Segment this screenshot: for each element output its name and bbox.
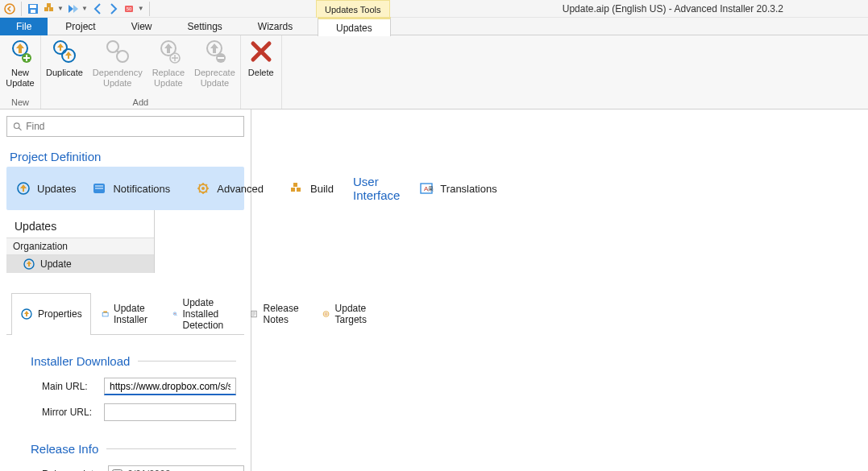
- tree-item-label: Update: [40, 258, 72, 270]
- menu-view[interactable]: View: [114, 18, 170, 35]
- group-release-info: Release Info: [31, 442, 98, 456]
- dropdown-arrow-icon[interactable]: ▼: [57, 5, 64, 12]
- dropdown-arrow-icon[interactable]: ▼: [138, 5, 144, 12]
- ribbon-group-blank: [241, 97, 281, 109]
- svg-rect-33: [103, 312, 107, 313]
- svg-rect-26: [293, 183, 297, 187]
- svg-rect-25: [297, 188, 301, 192]
- notifications-icon: [92, 181, 106, 196]
- release-date-picker[interactable]: 2/21/2023 ▦▾: [108, 465, 244, 471]
- nav-build[interactable]: Build: [280, 176, 343, 200]
- delete-button[interactable]: Delete: [241, 35, 281, 97]
- dependency-update-label: Dependency Update: [93, 68, 143, 89]
- nav-translations[interactable]: A果 Translations: [409, 176, 506, 200]
- tab-update-installer[interactable]: Update Installer: [93, 293, 162, 335]
- replace-update-button[interactable]: Replace Update: [147, 35, 189, 97]
- mirror-url-label: Mirror URL:: [31, 407, 104, 418]
- nav-label: Advanced: [217, 183, 264, 195]
- translations-icon: A果: [419, 181, 434, 196]
- main-url-label: Main URL:: [31, 381, 104, 392]
- tab-properties[interactable]: Properties: [11, 293, 91, 335]
- deprecate-update-label: Deprecate Update: [194, 68, 235, 89]
- tag-icon[interactable]: 50: [123, 2, 136, 15]
- separator: [149, 2, 150, 16]
- deprecate-update-icon: [201, 39, 227, 64]
- svg-rect-4: [44, 7, 48, 11]
- dependency-update-icon: [105, 39, 131, 64]
- mirror-url-input[interactable]: [104, 403, 236, 421]
- mid-panel-title: Updates: [6, 217, 154, 238]
- nav-forward-icon[interactable]: [107, 2, 120, 15]
- nav-label: Updates: [37, 183, 76, 195]
- nav-updates[interactable]: Updates Notifications Advanced Build Use…: [6, 167, 244, 210]
- build-icon[interactable]: [43, 2, 56, 15]
- menu-updates[interactable]: Updates: [318, 17, 391, 36]
- save-icon[interactable]: [27, 2, 39, 15]
- nav-advanced[interactable]: Advanced: [186, 176, 273, 200]
- mid-organization-header: Organization: [6, 238, 154, 255]
- deprecate-update-button[interactable]: Deprecate Update: [189, 35, 240, 97]
- svg-point-23: [201, 187, 205, 190]
- dependency-update-button[interactable]: Dependency Update: [88, 35, 147, 97]
- delete-label: Delete: [248, 68, 274, 78]
- duplicate-button[interactable]: Duplicate: [41, 35, 88, 97]
- nav-label: Build: [310, 183, 334, 195]
- replace-update-label: Replace Update: [152, 68, 185, 89]
- tab-label: Release Notes: [264, 303, 304, 325]
- run-icon[interactable]: [67, 2, 80, 15]
- new-update-icon: [7, 39, 33, 64]
- menu-settings[interactable]: Settings: [170, 18, 240, 35]
- svg-text:果: 果: [428, 186, 434, 192]
- nav-label: Notifications: [113, 183, 170, 195]
- tree-item-update[interactable]: Update: [6, 255, 154, 273]
- divider: [106, 448, 236, 449]
- tab-label: Update Installed Detection: [183, 297, 231, 331]
- nav-back-icon[interactable]: [91, 2, 104, 15]
- updates-icon: [16, 181, 31, 196]
- release-notes-icon: [250, 308, 258, 320]
- back-icon[interactable]: [3, 2, 16, 15]
- tab-label: Update Installer: [114, 303, 153, 325]
- tab-label: Properties: [38, 308, 82, 320]
- dropdown-arrow-icon[interactable]: ▼: [81, 5, 88, 12]
- contextual-tab-header: Updates Tools: [316, 0, 390, 18]
- ribbon-group-add: Add: [41, 97, 240, 109]
- svg-point-39: [326, 313, 326, 314]
- section-user-interface[interactable]: User Interface: [350, 171, 403, 205]
- svg-point-0: [5, 4, 15, 14]
- delete-icon: [248, 39, 274, 64]
- update-targets-icon: [322, 308, 330, 320]
- replace-update-icon: [156, 39, 181, 64]
- svg-rect-3: [31, 10, 35, 13]
- update-item-icon: [23, 258, 35, 271]
- menu-project[interactable]: Project: [48, 18, 113, 35]
- search-input-wrapper[interactable]: [6, 116, 244, 137]
- menu-file[interactable]: File: [0, 18, 48, 35]
- ribbon-group-new: New: [0, 97, 40, 109]
- divider: [138, 361, 236, 362]
- main-url-input[interactable]: [104, 378, 236, 395]
- update-installer-icon: [102, 308, 109, 320]
- tab-label: Update Targets: [335, 303, 372, 325]
- svg-rect-24: [291, 188, 295, 192]
- duplicate-label: Duplicate: [46, 68, 83, 78]
- svg-rect-32: [102, 312, 108, 316]
- search-input[interactable]: [26, 121, 239, 132]
- tab-update-installed-detection[interactable]: Update Installed Detection: [164, 293, 240, 335]
- separator: [21, 2, 22, 16]
- svg-text:50: 50: [127, 6, 132, 11]
- svg-rect-6: [47, 3, 51, 7]
- new-update-button[interactable]: New Update: [0, 35, 40, 97]
- section-project-definition[interactable]: Project Definition: [6, 147, 244, 167]
- tab-update-targets[interactable]: Update Targets: [314, 293, 380, 335]
- nav-notifications[interactable]: Notifications: [82, 176, 180, 200]
- menu-wizards[interactable]: Wizards: [240, 18, 310, 35]
- advanced-icon: [196, 181, 210, 196]
- search-icon: [12, 121, 23, 132]
- group-installer-download: Installer Download: [31, 354, 130, 368]
- tab-release-notes[interactable]: Release Notes: [241, 293, 312, 335]
- nav-label: Translations: [440, 183, 496, 195]
- window-title: Update.aip (English US) - Advanced Insta…: [563, 3, 783, 14]
- svg-rect-5: [49, 7, 53, 11]
- properties-icon: [20, 308, 33, 320]
